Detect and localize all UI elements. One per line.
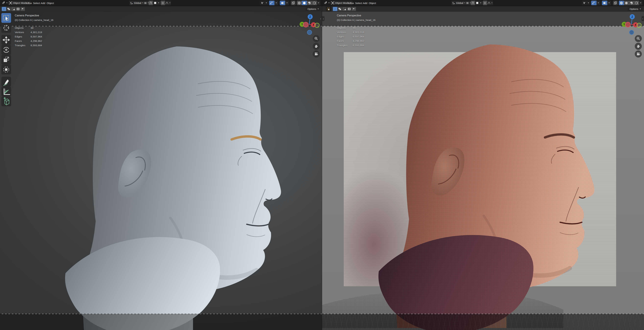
snap-target-button[interactable] <box>475 1 479 5</box>
clay-head-model[interactable] <box>0 12 322 330</box>
navigation-gizmo[interactable]: Y Z X <box>620 13 643 36</box>
select-mode-invert[interactable] <box>16 7 20 11</box>
chevron-down-icon <box>276 2 277 3</box>
falloff-dropdown[interactable] <box>491 1 493 5</box>
tool-rotate[interactable] <box>1 45 11 55</box>
select-visibility-dropdown[interactable] <box>260 1 268 5</box>
chevron-down-icon <box>480 2 481 3</box>
shading-dropdown[interactable] <box>639 1 642 5</box>
options-label: Options <box>630 7 638 10</box>
tool-scale[interactable] <box>1 55 11 64</box>
shading-material-button[interactable] <box>307 1 312 5</box>
zoom-button[interactable] <box>313 35 320 42</box>
transform-orientation-dropdown[interactable]: Global <box>451 1 466 5</box>
gizmo-neg-z-axis[interactable] <box>307 30 312 35</box>
camera-view-button[interactable] <box>635 50 642 57</box>
xray-toggle[interactable] <box>291 1 296 5</box>
proportional-edit-toggle[interactable] <box>483 1 487 5</box>
active-tool-button[interactable] <box>326 7 331 11</box>
tool-add-cube[interactable] <box>1 97 11 106</box>
gizmo-z-label: Z <box>632 15 633 18</box>
transform-orientation-dropdown[interactable]: Global <box>129 1 144 5</box>
shading-rendered-button[interactable] <box>312 1 317 5</box>
sidebar-toggle[interactable]: ‹ <box>320 16 322 21</box>
shading-solid-button[interactable] <box>624 1 629 5</box>
select-mode-subtract[interactable] <box>11 7 16 11</box>
snap-toggle[interactable] <box>470 1 475 5</box>
shading-rendered-button[interactable] <box>634 1 639 5</box>
gizmo-neg-y-axis[interactable] <box>315 23 320 28</box>
menu-add[interactable]: Add <box>40 0 46 6</box>
shading-solid-button[interactable] <box>302 1 307 5</box>
select-mode-set[interactable] <box>333 7 337 11</box>
snap-target-button[interactable] <box>153 1 157 5</box>
menu-view[interactable]: View <box>348 0 355 6</box>
select-mode-intersect[interactable] <box>20 7 25 11</box>
tool-annotate[interactable] <box>1 77 11 86</box>
select-mode-extend[interactable] <box>6 7 11 11</box>
menu-object[interactable]: Object <box>368 0 377 6</box>
object-mode-icon <box>9 1 12 4</box>
tool-transform[interactable] <box>1 65 11 74</box>
gizmo-dropdown[interactable] <box>596 1 600 5</box>
menu-object[interactable]: Object <box>46 0 55 6</box>
menu-view[interactable]: View <box>25 0 33 6</box>
shading-dropdown[interactable] <box>317 1 320 5</box>
gizmo-dropdown[interactable] <box>274 1 278 5</box>
select-mode-extend[interactable] <box>338 7 342 11</box>
select-mode-subtract[interactable] <box>342 7 347 11</box>
falloff-dropdown[interactable] <box>169 1 171 5</box>
camera-view-button[interactable] <box>313 50 320 57</box>
pan-button[interactable] <box>313 43 320 50</box>
viewport-right: Object Mode View Select Add Object Globa… <box>322 0 644 330</box>
navigation-gizmo[interactable]: Y Z X <box>298 13 321 36</box>
textured-wireframe-head-model[interactable] <box>322 12 644 330</box>
shading-wireframe-button[interactable] <box>297 1 302 5</box>
camera-passepartout-bottom <box>322 314 644 330</box>
wireframe-sphere-icon <box>298 1 301 4</box>
toolbar-expand-toggle[interactable]: › <box>322 16 324 21</box>
show-gizmo-toggle[interactable] <box>269 1 274 5</box>
tool-cursor[interactable] <box>1 23 11 33</box>
editor-type-button[interactable] <box>323 1 330 5</box>
select-mode-invert[interactable] <box>347 7 352 11</box>
snap-dropdown[interactable] <box>157 1 160 5</box>
gizmo-neg-x-axis[interactable] <box>303 22 308 27</box>
shading-wireframe-button[interactable] <box>619 1 624 5</box>
tool-measure[interactable] <box>1 87 11 96</box>
show-gizmo-toggle[interactable] <box>591 1 596 5</box>
show-overlays-toggle[interactable] <box>602 1 607 5</box>
snap-toggle[interactable] <box>148 1 153 5</box>
tool-move[interactable] <box>1 35 11 45</box>
snap-dropdown[interactable] <box>479 1 482 5</box>
proportional-edit-toggle[interactable] <box>160 1 165 5</box>
overlays-dropdown[interactable] <box>607 1 611 5</box>
viewport-canvas[interactable]: Camera Perspective (0) Collection 6 | ca… <box>0 12 322 330</box>
falloff-button[interactable] <box>487 1 491 5</box>
sidebar-toggle[interactable]: ‹ <box>642 16 644 21</box>
zoom-button[interactable] <box>635 35 642 42</box>
gizmo-neg-y-axis[interactable] <box>637 23 642 28</box>
gizmo-neg-x-axis[interactable] <box>625 22 630 27</box>
select-invert-icon <box>17 8 19 10</box>
menu-add[interactable]: Add <box>362 0 368 6</box>
viewport-canvas[interactable]: Camera Perspective (0) Collection 6 | ca… <box>322 12 644 330</box>
options-dropdown[interactable]: Options <box>306 7 320 11</box>
show-overlays-toggle[interactable] <box>280 1 285 5</box>
tool-select-box[interactable] <box>1 13 11 23</box>
gizmo-neg-z-axis[interactable] <box>630 30 634 35</box>
magnet-icon <box>150 2 152 4</box>
shading-material-button[interactable] <box>629 1 634 5</box>
orientation-axes-icon <box>452 2 455 4</box>
options-dropdown[interactable]: Options <box>628 7 643 11</box>
select-mode-intersect[interactable] <box>352 7 356 11</box>
select-visibility-dropdown[interactable] <box>582 1 590 5</box>
pivot-icon <box>144 2 147 4</box>
falloff-button[interactable] <box>165 1 169 5</box>
editor-type-button[interactable] <box>1 1 8 5</box>
select-mode-set[interactable] <box>2 7 6 11</box>
pan-button[interactable] <box>635 43 642 50</box>
tool-settings-bar: Options <box>0 6 322 12</box>
xray-toggle[interactable] <box>613 1 618 5</box>
overlays-dropdown[interactable] <box>285 1 289 5</box>
